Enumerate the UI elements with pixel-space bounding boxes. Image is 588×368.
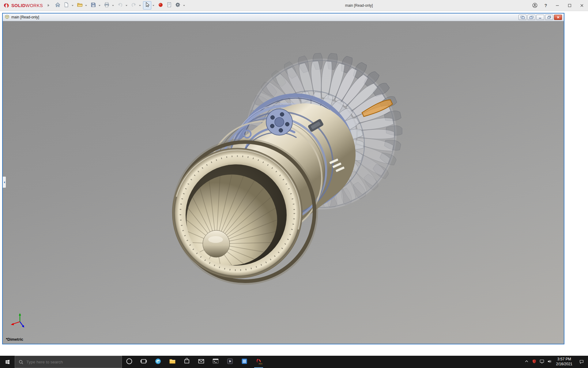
- microsoft-store-icon: [183, 358, 190, 366]
- redo-dropdown-arrow[interactable]: [138, 5, 142, 6]
- help-icon: ?: [545, 3, 547, 8]
- taskbar-clock[interactable]: 3:57 PM 2/16/2021: [553, 356, 575, 368]
- solidworks-logo: SOLIDWORKS: [3, 3, 43, 8]
- cortana-taskbar-button[interactable]: [122, 356, 136, 368]
- print-dropdown-arrow[interactable]: [111, 5, 115, 6]
- solidworks-icon: 2021: [255, 358, 262, 366]
- microsoft-store-taskbar-button[interactable]: [179, 356, 194, 368]
- brand-text: SOLIDWORKS: [11, 3, 43, 8]
- command-prompt-taskbar-button[interactable]: [208, 356, 223, 368]
- cascade-window-button[interactable]: [527, 15, 535, 20]
- minimize-icon: [555, 3, 560, 8]
- file-properties-icon: [166, 2, 172, 9]
- new-document-dropdown-arrow[interactable]: [71, 5, 74, 6]
- help-button[interactable]: ?: [540, 0, 551, 11]
- document-titlebar[interactable]: main [Read-only]: [3, 13, 564, 21]
- new-document-icon: [63, 2, 69, 9]
- hidden-icons-chevron-tray-button[interactable]: [523, 356, 530, 368]
- doc-restore-button[interactable]: [545, 15, 553, 20]
- engine-3d-model[interactable]: [3, 21, 564, 344]
- hub-highlight: [208, 236, 223, 243]
- doc-restore-icon: [547, 16, 552, 19]
- taskbar-search[interactable]: [15, 356, 122, 368]
- options-icon: [175, 2, 181, 9]
- mouse-gestures-button[interactable]: [156, 1, 165, 10]
- photos-taskbar-button[interactable]: [237, 356, 251, 368]
- photos-icon: [241, 358, 248, 366]
- maximize-icon: [567, 3, 572, 8]
- turbofan-engine[interactable]: [160, 53, 402, 291]
- doc-close-icon: [556, 16, 560, 19]
- redo-button[interactable]: [130, 1, 138, 10]
- bolted-flange[interactable]: [266, 109, 292, 135]
- select-dropdown-arrow[interactable]: [152, 5, 155, 6]
- document-window-controls: [518, 15, 563, 20]
- start-button[interactable]: [0, 356, 15, 368]
- volume-tray-button[interactable]: [546, 356, 553, 368]
- display-tray-button[interactable]: [538, 356, 546, 368]
- pinned-apps: 2021: [122, 356, 266, 368]
- mail-taskbar-button[interactable]: [194, 356, 208, 368]
- open-dropdown-arrow[interactable]: [84, 5, 88, 6]
- system-tray: 3:57 PM 2/16/2021: [523, 356, 588, 368]
- security-shield-tray-button[interactable]: [530, 356, 538, 368]
- save-dropdown-arrow[interactable]: [98, 5, 101, 6]
- cascade-window-icon: [529, 16, 534, 19]
- tile-window-icon: [520, 16, 525, 19]
- save-button[interactable]: [89, 1, 97, 10]
- collapse-arrow-icon: [3, 181, 6, 184]
- undo-icon: [117, 2, 123, 9]
- file-explorer-icon: [169, 358, 176, 366]
- feature-tree-collapsed-tab[interactable]: [3, 176, 6, 188]
- clock-time: 3:57 PM: [556, 357, 572, 362]
- edge-taskbar-button[interactable]: [151, 356, 165, 368]
- doc-close-button[interactable]: [554, 15, 562, 20]
- open-button[interactable]: [76, 1, 84, 10]
- doc-minimize-icon: [538, 16, 543, 19]
- document-window: main [Read-only]: [2, 13, 564, 344]
- maximize-button[interactable]: [564, 0, 576, 11]
- new-window-button[interactable]: [518, 15, 526, 20]
- hidden-icons-chevron-icon: [524, 359, 529, 365]
- print-button[interactable]: [103, 1, 111, 10]
- tail-cone-hub[interactable]: [203, 230, 230, 257]
- open-icon: [77, 2, 83, 9]
- solidworks-taskbar-button[interactable]: 2021: [251, 356, 266, 368]
- graphics-viewport[interactable]: *Dimetric: [3, 21, 564, 344]
- print-icon: [104, 2, 110, 9]
- doc-minimize-button[interactable]: [536, 15, 544, 20]
- document-title: main [Read-only]: [11, 15, 39, 19]
- assembly-document-icon: [5, 15, 9, 20]
- command-prompt-icon: [212, 358, 219, 366]
- view-orientation-label: *Dimetric: [6, 337, 23, 342]
- undo-button[interactable]: [116, 1, 124, 10]
- options-dropdown-arrow[interactable]: [182, 5, 186, 6]
- edge-icon: [154, 358, 162, 366]
- media-app-taskbar-button[interactable]: [223, 356, 237, 368]
- file-properties-button[interactable]: [165, 1, 173, 10]
- chevron-right-icon: [47, 3, 50, 7]
- home-icon: [55, 2, 61, 9]
- quick-access-toolbar: [54, 1, 187, 10]
- search-icon: [18, 359, 24, 365]
- search-input[interactable]: [26, 360, 118, 364]
- options-button[interactable]: [174, 1, 182, 10]
- action-center-icon: [579, 359, 584, 365]
- windows-logo-icon: [5, 359, 10, 365]
- account-button[interactable]: [529, 0, 540, 11]
- titlebar-right-controls: ?: [529, 0, 588, 11]
- close-icon: [579, 3, 584, 8]
- mouse-gestures-icon: [158, 2, 164, 9]
- menu-expand-arrow[interactable]: [47, 3, 50, 7]
- undo-dropdown-arrow[interactable]: [125, 5, 128, 6]
- close-button[interactable]: [576, 0, 588, 11]
- svg-text:2021: 2021: [258, 363, 262, 365]
- file-explorer-taskbar-button[interactable]: [165, 356, 179, 368]
- task-view-taskbar-button[interactable]: [136, 356, 151, 368]
- minimize-button[interactable]: [551, 0, 564, 11]
- new-document-button[interactable]: [62, 1, 70, 10]
- home-button[interactable]: [54, 1, 62, 10]
- windows-taskbar: 2021 3:57 PM 2/16/2021: [0, 356, 588, 368]
- action-center-button[interactable]: [575, 359, 588, 365]
- select-button[interactable]: [143, 1, 151, 10]
